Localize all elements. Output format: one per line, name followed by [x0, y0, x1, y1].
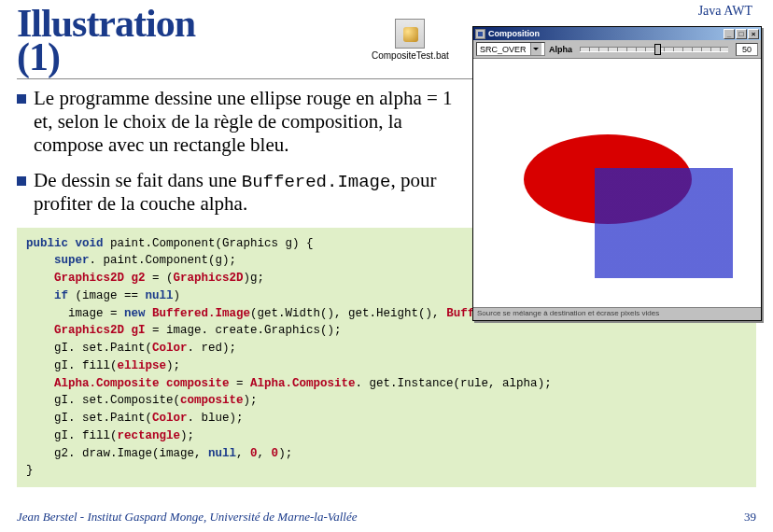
- composition-window: Composition _ □ × SRC_OVER Alpha 50 Sour…: [472, 26, 762, 321]
- alpha-value-field[interactable]: 50: [736, 43, 758, 56]
- alpha-label: Alpha: [549, 45, 572, 54]
- bullet-item: Le programme dessine une ellipse rouge e…: [17, 87, 456, 158]
- page-number: 39: [744, 510, 756, 525]
- maximize-button[interactable]: □: [736, 29, 747, 39]
- status-bar: Source se mélange à destination et écras…: [473, 307, 761, 320]
- awt-label: Java AWT: [698, 4, 752, 19]
- bat-file-label: CompositeTest.bat: [372, 50, 449, 61]
- close-button[interactable]: ×: [748, 29, 759, 39]
- bullet-prefix: De dessin se fait dans une: [34, 169, 242, 191]
- window-titlebar[interactable]: Composition _ □ ×: [473, 27, 761, 40]
- rule-combobox[interactable]: SRC_OVER: [476, 42, 545, 56]
- minimize-button[interactable]: _: [724, 29, 735, 39]
- window-toolbar: SRC_OVER Alpha 50: [473, 40, 761, 59]
- blue-rectangle-shape: [595, 168, 733, 278]
- alpha-slider[interactable]: [580, 47, 728, 52]
- bullet-square-icon: [17, 176, 26, 186]
- system-menu-icon[interactable]: [475, 29, 485, 39]
- slide-title: Illustration (1): [17, 0, 195, 77]
- file-icon: [395, 19, 425, 49]
- bat-file-icon[interactable]: CompositeTest.bat: [372, 19, 449, 61]
- bullet-text: Le programme dessine une ellipse rouge e…: [34, 87, 456, 158]
- bullet-square-icon: [17, 94, 26, 104]
- rule-value: SRC_OVER: [480, 45, 527, 54]
- drawing-canvas: [473, 59, 761, 307]
- bullet-text: De dessin se fait dans une Buffered.Imag…: [34, 169, 456, 217]
- chevron-down-icon[interactable]: [530, 43, 541, 55]
- bullet-mono: Buffered.Image: [242, 172, 391, 192]
- window-title: Composition: [488, 29, 540, 38]
- bullet-item: De dessin se fait dans une Buffered.Imag…: [17, 169, 456, 217]
- slider-thumb[interactable]: [654, 44, 661, 55]
- footer-author: Jean Berstel - Institut Gaspard Monge, U…: [17, 510, 358, 525]
